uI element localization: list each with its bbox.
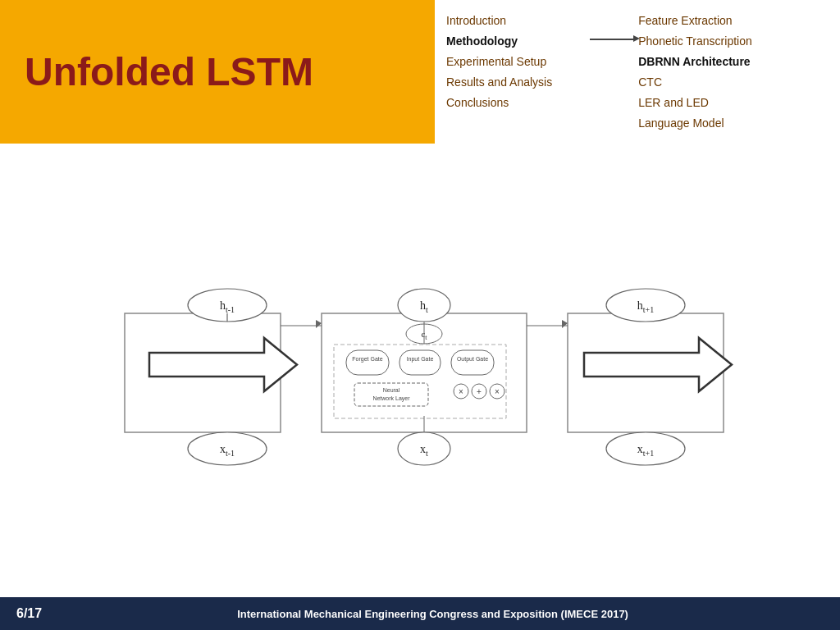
conference-name: International Mechanical Engineering Con… [42, 608, 824, 620]
nav-introduction[interactable]: Introduction [446, 11, 590, 30]
nav-arrow [590, 39, 635, 40]
svg-rect-26 [346, 350, 389, 375]
svg-text:Neural: Neural [383, 387, 400, 393]
svg-text:Input Gate: Input Gate [407, 356, 434, 363]
svg-text:×: × [495, 387, 500, 396]
nav-language-model[interactable]: Language Model [638, 114, 825, 133]
header-nav: Introduction Methodology Experimental Se… [435, 0, 840, 144]
svg-marker-23 [562, 320, 568, 328]
nav-dbrnn[interactable]: DBRNN Architecture [638, 52, 825, 71]
nav-phonetic[interactable]: Phonetic Transcription [638, 32, 825, 51]
svg-text:Network Layer: Network Layer [372, 395, 410, 402]
nav-ler-led[interactable]: LER and LED [638, 94, 825, 112]
svg-marker-22 [316, 320, 322, 328]
nav-feature-extraction[interactable]: Feature Extraction [638, 11, 825, 30]
nav-results[interactable]: Results and Analysis [446, 73, 590, 92]
svg-text:×: × [459, 387, 463, 396]
nav-experimental-row: Experimental Setup [446, 52, 590, 71]
nav-left-col: Introduction Methodology Experimental Se… [446, 11, 590, 135]
lstm-diagram: ht-1 ht ht+1 xt-1 xt xt+1 ct [100, 231, 740, 510]
nav-right-col: Feature Extraction Phonetic Transcriptio… [638, 11, 825, 135]
main-content: ht-1 ht ht+1 xt-1 xt xt+1 ct [0, 144, 840, 597]
header: Unfolded LSTM Introduction Methodology E… [0, 0, 840, 144]
nav-methodology[interactable]: Methodology [446, 32, 590, 51]
svg-rect-30 [451, 350, 494, 375]
nav-ctc[interactable]: CTC [638, 73, 825, 92]
header-left: Unfolded LSTM [0, 0, 435, 144]
svg-text:Output Gate: Output Gate [457, 356, 488, 363]
svg-text:+: + [477, 387, 482, 396]
svg-rect-28 [399, 350, 441, 375]
slide-title: Unfolded LSTM [25, 49, 313, 94]
nav-experimental[interactable]: Experimental Setup [446, 52, 546, 71]
page-number: 6/17 [16, 606, 42, 621]
footer: 6/17 International Mechanical Engineerin… [0, 597, 840, 630]
nav-conclusions[interactable]: Conclusions [446, 94, 590, 112]
svg-text:Forget Gate: Forget Gate [352, 356, 382, 363]
